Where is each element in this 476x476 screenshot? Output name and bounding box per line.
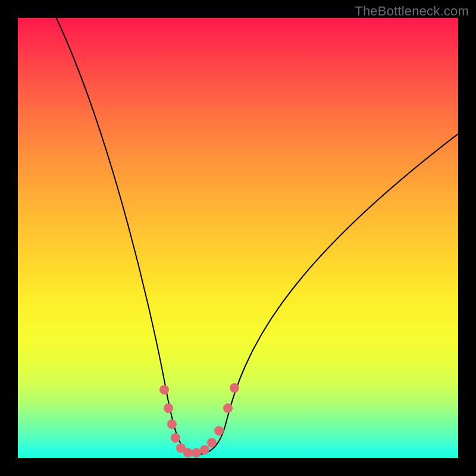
marker-2 [164, 403, 173, 413]
chart-stage: TheBottleneck.com [0, 0, 476, 476]
marker-12 [230, 383, 239, 393]
marker-11 [223, 403, 233, 413]
marker-8 [200, 445, 209, 455]
marker-4 [171, 433, 180, 443]
curve-svg [18, 18, 458, 458]
marker-7 [192, 448, 201, 458]
marker-3 [167, 419, 177, 429]
bottleneck-curve [54, 12, 458, 454]
marker-10 [214, 426, 224, 436]
marker-6 [183, 448, 193, 458]
watermark-text: TheBottleneck.com [355, 4, 469, 19]
plot-area [18, 18, 458, 458]
marker-9 [207, 438, 217, 447]
marker-1 [159, 385, 169, 394]
